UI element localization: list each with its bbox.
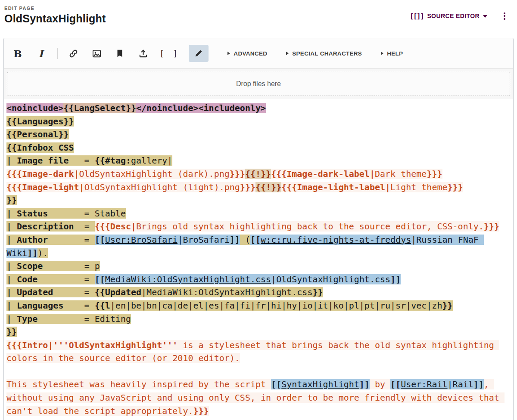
code-segment: | Description: [6, 221, 74, 232]
triangle-right-icon: [381, 52, 383, 55]
code-segment: }}: [6, 195, 17, 205]
code-segment: }}: [6, 327, 17, 337]
code-segment: }}}: [448, 182, 463, 192]
code-segment: Brings old syntax highlighting back to t…: [136, 221, 484, 232]
code-line: This stylesheet was heavily inspired by …: [6, 378, 501, 417]
code-segment: | Updated: [6, 287, 53, 297]
code-segment: ]]: [230, 235, 240, 245]
code-line: <noinclude>{{LangSelect}}</noinclude><in…: [6, 102, 501, 115]
code-line: }}: [6, 194, 501, 207]
code-segment: {{{Image-light-label|: [281, 182, 390, 192]
code-segment: [[: [390, 379, 401, 389]
nowiki-button[interactable]: [ ]: [159, 45, 179, 62]
editor-frame: B I: [3, 38, 514, 420]
code-segment: ]]: [390, 274, 401, 284]
code-line: | Languages = {{l|en|be|bn|ca|de|el|es|f…: [6, 299, 501, 312]
book-icon: [115, 49, 125, 58]
bold-button[interactable]: B: [11, 45, 25, 62]
code-line: | Updated = {{Updated|MediaWiki:OldSynta…: [6, 286, 501, 299]
italic-icon: I: [39, 48, 44, 59]
code-segment: |MediaWiki:OldSyntaxHighlight.css: [141, 287, 312, 297]
code-segment: Light theme: [390, 182, 447, 192]
code-segment: =: [48, 235, 94, 245]
code-segment: OldSyntaxHighlight (dark).png: [79, 169, 230, 179]
code-segment: [[: [95, 235, 105, 245]
code-segment: }}: [312, 287, 323, 297]
code-segment: This stylesheet was heavily inspired by …: [6, 379, 271, 389]
code-editor[interactable]: <noinclude>{{LangSelect}}</noinclude><in…: [4, 99, 513, 420]
code-segment: |OldSyntaxHighlight.css: [271, 274, 390, 284]
nowiki-brackets-icon: [ ]: [159, 49, 179, 58]
code-segment: = Stable: [48, 208, 126, 219]
code-segment: | Image file: [6, 155, 69, 166]
source-editor-label: SOURCE EDITOR: [427, 12, 480, 19]
file-drop-zone[interactable]: Drop files here: [7, 72, 510, 96]
chevron-down-icon: [483, 15, 487, 18]
code-line: {{Personal}}: [6, 128, 501, 141]
header-divider: [494, 11, 494, 21]
edit-page-label: EDIT PAGE: [4, 6, 106, 11]
code-segment: | Languages: [6, 300, 63, 311]
link-button[interactable]: [66, 45, 80, 62]
code-segment: |en|be|bn|ca|de|el|es|fa|fi|fr|hi|hy|io|…: [110, 300, 442, 311]
code-segment: {{{Image-light|: [6, 182, 84, 192]
signature-button[interactable]: [189, 45, 209, 62]
kebab-menu-icon[interactable]: [501, 11, 508, 21]
code-segment: | Type: [6, 314, 37, 324]
pencil-icon: [194, 49, 203, 58]
header-right: [[]] SOURCE EDITOR: [410, 11, 508, 21]
code-line: | Description = {{{Desc|Brings old synta…: [6, 220, 501, 233]
code-segment: {{{Intro|'''OldSyntaxHighlight''': [6, 340, 178, 350]
page-title: OldSyntaxHighlight: [4, 12, 106, 25]
code-segment: {{Personal}}: [6, 129, 69, 139]
code-line: | Image file = {{#tag:gallery|: [6, 154, 501, 167]
code-line: }}: [6, 325, 501, 339]
code-segment: (: [240, 235, 250, 245]
toolbar-section-help[interactable]: HELP: [381, 50, 403, 57]
code-segment: {{l: [95, 300, 110, 311]
code-segment: User:BroSafari: [105, 235, 178, 245]
code-segment: |BroSafari: [178, 235, 229, 245]
italic-button[interactable]: I: [34, 45, 48, 62]
toolbar-section-special-characters[interactable]: SPECIAL CHARACTERS: [286, 50, 362, 57]
header-left: EDIT PAGE OldSyntaxHighlight: [4, 6, 106, 25]
code-segment: }}}: [240, 182, 255, 192]
code-line: {{Languages}}: [6, 115, 501, 128]
code-segment: ]]: [27, 248, 37, 258]
reference-button[interactable]: [113, 45, 127, 62]
code-line: {{{Image-light|OldSyntaxHighlight (light…: [6, 181, 501, 194]
triangle-right-icon: [286, 52, 289, 55]
code-segment: <noinclude>: [6, 103, 63, 113]
code-segment: [[: [271, 379, 281, 389]
toolbar-section-advanced[interactable]: ADVANCED: [227, 50, 267, 57]
code-line: {{Infobox CSS: [6, 141, 501, 154]
code-line: {{{Intro|'''OldSyntaxHighlight''' is a s…: [6, 339, 501, 365]
code-line: | Author = [[User:BroSafari|BroSafari]] …: [6, 233, 501, 259]
image-button[interactable]: [90, 45, 103, 62]
code-segment: }}}: [427, 169, 442, 179]
code-segment: ]]: [473, 379, 484, 389]
code-segment: [[: [95, 274, 105, 284]
advanced-label: ADVANCED: [234, 50, 267, 57]
code-segment: {{{Image-dark|: [6, 169, 79, 179]
code-segment: }}}: [230, 169, 245, 179]
code-segment: [[: [250, 235, 261, 245]
code-segment: | Status: [6, 208, 48, 219]
code-segment: {{{Image-dark-label|: [271, 169, 375, 179]
code-segment: SyntaxHighlight: [281, 379, 359, 389]
image-icon: [92, 49, 102, 59]
code-segment: }}: [442, 300, 452, 311]
code-segment: ]]: [359, 379, 370, 389]
code-segment: | Scope: [6, 261, 43, 271]
upload-button[interactable]: [136, 45, 150, 62]
code-segment: OldSyntaxHighlight (light).png: [84, 182, 240, 192]
code-segment: Dark theme: [375, 169, 427, 179]
code-segment: {{Infobox CSS: [6, 142, 74, 153]
source-editor-dropdown[interactable]: [[]] SOURCE EDITOR: [410, 12, 487, 20]
code-line: | Code = [[MediaWiki:OldSyntaxHighlight.…: [6, 273, 501, 286]
special-characters-label: SPECIAL CHARACTERS: [292, 50, 362, 57]
code-segment: {{Languages}}: [6, 116, 74, 127]
dropzone-label: Drop files here: [236, 80, 281, 88]
code-line: | Type = Editing: [6, 312, 501, 326]
help-label: HELP: [387, 50, 403, 57]
